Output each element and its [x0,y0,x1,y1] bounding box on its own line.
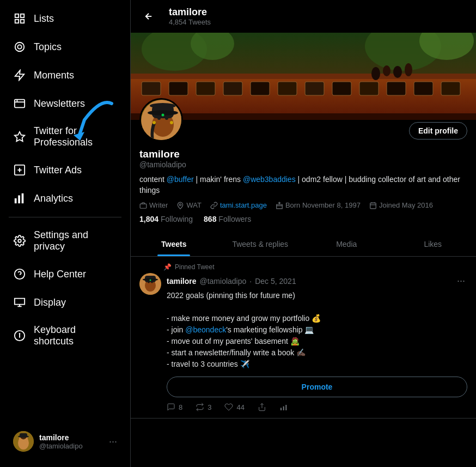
profile-meta-location: WAT [176,201,201,209]
sidebar-label-lists: Lists [34,13,54,25]
profile-meta-occupation: Writer [139,201,168,209]
tweet-more-button[interactable]: ··· [455,273,467,289]
tab-tweets[interactable]: Tweets [131,232,217,256]
help-icon [13,268,26,281]
share-action[interactable] [258,403,266,411]
sidebar-label-settings: Settings and privacy [34,229,117,252]
svg-point-69 [180,204,182,206]
pinned-label-text: Pinned Tweet [175,263,215,271]
occupation-text: Writer [149,201,168,209]
svg-rect-46 [414,82,433,95]
profile-bio: content @buffer | makin' frens @web3badd… [139,174,467,196]
sidebar-divider [9,217,121,217]
followers-label: Followers [218,215,251,223]
followers-count: 868 [204,215,216,223]
svg-point-82 [150,280,151,281]
reply-action[interactable]: 8 [167,403,182,411]
svg-point-17 [18,239,21,242]
sidebar-label-newsletters: Newsletters [34,98,85,110]
topics-icon [13,40,26,53]
profile-tabs: Tweets Tweets & replies Media Likes [131,232,476,257]
svg-rect-43 [332,82,351,95]
analytics-icon [13,192,26,205]
svg-rect-37 [169,82,188,95]
svg-rect-4 [21,20,24,23]
pin-icon: 📌 [163,263,172,271]
tab-likes[interactable]: Likes [390,232,477,256]
retweet-action[interactable]: 3 [196,403,211,411]
svg-point-6 [17,45,21,48]
sidebar-item-topics[interactable]: Topics [4,34,126,60]
sidebar-label-keyboard: Keyboard shortcuts [34,324,117,347]
sidebar-item-twitter-ads[interactable]: Twitter Ads [4,157,126,183]
tweet-author-name: tamilore [167,277,196,286]
profile-meta-birthday: Born November 8, 1997 [276,201,361,209]
tweet-author-avatar [139,273,161,295]
edit-profile-button[interactable]: Edit profile [409,122,467,140]
back-button[interactable] [139,7,158,26]
svg-rect-55 [223,82,242,95]
sidebar-item-help[interactable]: Help Center [4,261,126,287]
sidebar-item-twitter-for-professionals[interactable]: Twitter for Professionals [4,119,126,155]
svg-rect-15 [18,196,20,204]
tab-tweets-replies[interactable]: Tweets & replies [217,232,304,256]
sidebar-user-info: tamilore @tamioladipo [39,433,103,450]
svg-rect-48 [131,74,476,79]
profile-avatar-row: Edit profile [139,98,467,142]
svg-point-29 [22,438,25,440]
retweet-count: 3 [208,403,211,411]
bio-mention-buffer[interactable]: @buffer [167,175,194,184]
promote-button[interactable]: Promote [167,377,467,397]
sidebar-item-moments[interactable]: Moments [4,62,126,88]
location-text: WAT [186,201,201,209]
sidebar-label-help: Help Center [34,269,86,280]
sidebar-item-settings[interactable]: Settings and privacy [4,223,126,259]
profile-tweet-count: 4,854 Tweets [169,18,211,26]
tweet-date: Dec 5, 2021 [255,277,296,286]
sidebar-item-analytics[interactable]: Analytics [4,185,126,211]
profile-meta: Writer WAT tami.start.page Born Nove [139,201,467,209]
tweet-header: tamilore @tamioladipo · Dec 5, 2021 ··· [167,273,467,289]
svg-point-5 [15,43,25,52]
svg-rect-1 [15,14,19,17]
website-link[interactable]: tami.start.page [220,201,267,209]
tweet-content: tamilore @tamioladipo · Dec 5, 2021 ··· … [167,273,467,411]
svg-rect-84 [280,408,282,411]
profile-header-name: tamilore [169,7,211,18]
bio-mention-web3baddies[interactable]: @web3baddies [243,175,296,184]
profile-header: tamilore 4,854 Tweets [131,0,476,33]
profile-header-info: tamilore 4,854 Tweets [169,7,211,26]
tweet-separator: · [249,277,252,286]
svg-rect-44 [359,82,379,95]
newsletters-icon [13,97,26,110]
svg-rect-54 [142,82,161,95]
profile-meta-website[interactable]: tami.start.page [210,201,267,209]
svg-point-52 [393,66,402,78]
sidebar-item-lists[interactable]: Lists [4,5,126,32]
sidebar-label-display: Display [34,297,66,308]
sidebar-label-twitter-for-professionals: Twitter for Professionals [34,125,117,148]
svg-rect-3 [15,20,19,23]
sidebar-user[interactable]: tamilore @tamioladipo ··· [4,424,126,458]
following-stat[interactable]: 1,804 Following [139,215,193,223]
sidebar-item-keyboard[interactable]: Keyboard shortcuts [4,318,126,354]
profile-info-area: Edit profile tamilore @tamioladipo conte… [131,98,476,232]
sidebar-label-topics: Topics [34,41,62,53]
twitter-ads-icon [13,163,26,177]
tweet-mention-beondeck[interactable]: @beondeck [185,325,226,334]
svg-point-65 [162,114,164,117]
sidebar-user-more-button[interactable]: ··· [109,436,117,447]
svg-rect-14 [15,198,17,203]
sidebar-item-newsletters[interactable]: Newsletters [4,90,126,117]
following-count: 1,804 [139,215,158,223]
sidebar-label-moments: Moments [34,70,74,81]
like-count: 44 [236,403,244,411]
analytics-action[interactable] [279,403,288,411]
profile-handle: @tamioladipo [139,160,467,169]
sidebar-item-display[interactable]: Display [4,289,126,316]
like-action[interactable]: 44 [224,403,244,411]
svg-rect-47 [441,82,460,95]
tab-media[interactable]: Media [303,232,390,256]
followers-stat[interactable]: 868 Followers [204,215,251,223]
svg-point-53 [405,63,412,76]
